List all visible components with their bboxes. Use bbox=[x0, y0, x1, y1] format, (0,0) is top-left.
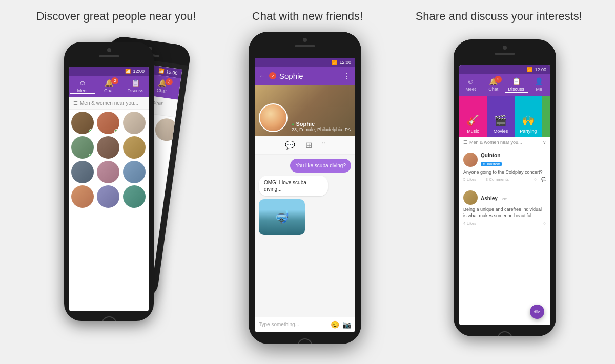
discuss-icon-left: 📋 bbox=[131, 79, 140, 87]
camera-left bbox=[107, 48, 111, 52]
nav-bar-left: ☺ Meet 2 🔔 Chat 📋 Discuss bbox=[69, 76, 149, 97]
avatar-8[interactable] bbox=[97, 161, 119, 183]
nav-discuss-left[interactable]: 📋 Discuss bbox=[122, 79, 148, 94]
party-label: Partying bbox=[520, 129, 537, 134]
nav-chat-right[interactable]: 2 🔔 Chat bbox=[482, 77, 505, 93]
status-bar-center: 📶12:00 bbox=[255, 58, 355, 67]
tagline-center: Chat with new friends! bbox=[213, 9, 402, 24]
avatar-6[interactable] bbox=[123, 136, 146, 159]
tile-music[interactable]: 🎸 Music bbox=[459, 96, 487, 137]
meet-icon-right: ☺ bbox=[467, 77, 474, 85]
quote-action-icon[interactable]: " bbox=[322, 140, 325, 150]
filter-icon-left: ☰ bbox=[73, 100, 78, 106]
filter-icon-right: ☰ bbox=[463, 140, 467, 145]
nav-bar-right: ☺ Meet 2 🔔 Chat 📋 Discuss 👤 Me bbox=[459, 74, 550, 96]
tagline-left: Discover great people near you! bbox=[22, 9, 211, 24]
center-section: 📶12:00 ← 2 Sophie ⋮ ● Sophie bbox=[208, 29, 402, 344]
post-likes-1[interactable]: 5 Likes bbox=[463, 177, 476, 182]
party-icon: 🙌 bbox=[522, 114, 535, 126]
speaker-left bbox=[99, 55, 119, 57]
post-comments-1[interactable]: 3 Comments bbox=[486, 177, 509, 182]
tile-party[interactable]: 🙌 Partying bbox=[515, 96, 542, 137]
profile-name: ● Sophie bbox=[292, 121, 351, 127]
fab-icon: ✏ bbox=[534, 308, 540, 316]
post-likes-2[interactable]: 4 Likes bbox=[463, 221, 476, 226]
photo-message bbox=[259, 199, 305, 235]
back-arrow-icon[interactable]: ← bbox=[259, 72, 266, 80]
post-user-1: Quinton # Boosted! bbox=[463, 153, 546, 167]
speaker-right bbox=[495, 53, 515, 55]
post-item-2: Ashley 2m Being a unique and carefree in… bbox=[459, 186, 550, 230]
chat-messages: You like scuba diving? OMG! I love scuba… bbox=[255, 155, 355, 317]
post-time-2: 2m bbox=[502, 197, 507, 201]
avatar-7[interactable] bbox=[71, 161, 94, 183]
avatar-9[interactable] bbox=[123, 161, 146, 183]
category-tiles: 🎸 Music 🎬 Movies 🙌 Partying bbox=[459, 96, 550, 137]
chat-header: ← 2 Sophie ⋮ bbox=[255, 67, 355, 85]
home-button-left[interactable] bbox=[101, 316, 117, 321]
screen-left: 📶12:00 ☺ Meet 2 🔔 Chat 📋 Discuss bbox=[69, 67, 149, 311]
tile-extra[interactable] bbox=[542, 96, 550, 137]
post-avatar-1[interactable] bbox=[463, 153, 478, 167]
emoji-icon[interactable]: 😊 bbox=[331, 320, 339, 329]
chat-input-bar: Type something... 😊 📷 bbox=[255, 317, 355, 332]
status-bar-left: 📶12:00 bbox=[69, 67, 149, 76]
screen-center: 📶12:00 ← 2 Sophie ⋮ ● Sophie bbox=[255, 58, 355, 332]
me-icon-right: 👤 bbox=[535, 77, 543, 85]
avatar-12[interactable] bbox=[123, 185, 146, 208]
phone-left-main: 📶12:00 ☺ Meet 2 🔔 Chat 📋 Discuss bbox=[64, 42, 154, 321]
profile-details: 23, Female, Philadelphia, PA bbox=[292, 127, 351, 132]
post-actions-1: 5 Likes · 3 Comments ♡ 💬 bbox=[463, 177, 546, 182]
movies-icon: 🎬 bbox=[494, 114, 507, 126]
post-boosted-badge: # Boosted! bbox=[481, 162, 502, 166]
post-text-2: Being a unique and carefree individual i… bbox=[463, 207, 546, 219]
more-options-icon[interactable]: ⋮ bbox=[343, 71, 351, 81]
nav-meet-right[interactable]: ☺ Meet bbox=[459, 77, 482, 93]
nav-discuss-right[interactable]: 📋 Discuss bbox=[505, 77, 528, 93]
right-section: 📶12:00 ☺ Meet 2 🔔 Chat 📋 Discus bbox=[407, 29, 602, 336]
post-avatar-2[interactable] bbox=[463, 190, 478, 205]
tagline-right: Share and discuss your interests! bbox=[404, 9, 594, 24]
avatar-2[interactable] bbox=[97, 112, 119, 134]
profile-info: ● Sophie 23, Female, Philadelphia, PA bbox=[292, 121, 351, 132]
music-label: Music bbox=[467, 129, 479, 134]
avatar-10[interactable] bbox=[71, 185, 94, 208]
post-item-1: Quinton # Boosted! Anyone going to the C… bbox=[459, 148, 550, 187]
media-action-icon[interactable]: ⊞ bbox=[305, 140, 312, 150]
home-button-center[interactable] bbox=[297, 338, 313, 344]
like-icon-1[interactable]: ♡ bbox=[534, 177, 537, 182]
chat-input-field[interactable]: Type something... bbox=[259, 322, 327, 327]
filter-bar-right[interactable]: ☰ Men & women near you... ∨ bbox=[459, 137, 550, 148]
fab-button[interactable]: ✏ bbox=[530, 305, 544, 319]
discuss-icon-right: 📋 bbox=[512, 77, 521, 85]
post-text-1: Anyone going to the Coldplay concert? bbox=[463, 169, 546, 176]
speaker-center bbox=[295, 45, 315, 47]
nav-meet-left[interactable]: ☺ Meet bbox=[70, 79, 95, 94]
camera-icon[interactable]: 📷 bbox=[342, 320, 351, 329]
profile-banner: ● Sophie 23, Female, Philadelphia, PA bbox=[255, 85, 355, 136]
avatar-3b[interactable] bbox=[154, 117, 179, 142]
search-bar-left[interactable]: ☰ Men & women near you... bbox=[69, 97, 149, 110]
like-icon-2[interactable]: ♡ bbox=[543, 221, 546, 226]
phone-center: 📶12:00 ← 2 Sophie ⋮ ● Sophie bbox=[249, 32, 361, 344]
nav-chat-left[interactable]: 2 🔔 Chat bbox=[96, 79, 121, 94]
nav-me-right[interactable]: 👤 Me bbox=[528, 77, 551, 93]
home-button-right[interactable] bbox=[497, 331, 512, 336]
post-username-1: Quinton bbox=[481, 153, 502, 158]
message-action-icon[interactable]: 💬 bbox=[285, 140, 295, 150]
movies-label: Movies bbox=[494, 129, 508, 134]
avatar-5[interactable] bbox=[97, 136, 119, 159]
profile-picture[interactable] bbox=[259, 103, 288, 132]
comment-icon-1[interactable]: 💬 bbox=[541, 177, 546, 182]
camera-center bbox=[303, 38, 307, 42]
post-user-2: Ashley 2m bbox=[463, 190, 546, 205]
avatar-1[interactable] bbox=[71, 112, 94, 134]
tile-movies[interactable]: 🎬 Movies bbox=[487, 96, 515, 137]
chat-title: Sophie bbox=[279, 72, 340, 80]
avatar-3[interactable] bbox=[123, 112, 146, 134]
chevron-down-icon: ∨ bbox=[543, 140, 546, 145]
avatar-11[interactable] bbox=[97, 185, 119, 208]
meet-icon-left: ☺ bbox=[79, 79, 86, 87]
avatar-4[interactable] bbox=[71, 136, 94, 159]
music-icon: 🎸 bbox=[466, 114, 479, 126]
